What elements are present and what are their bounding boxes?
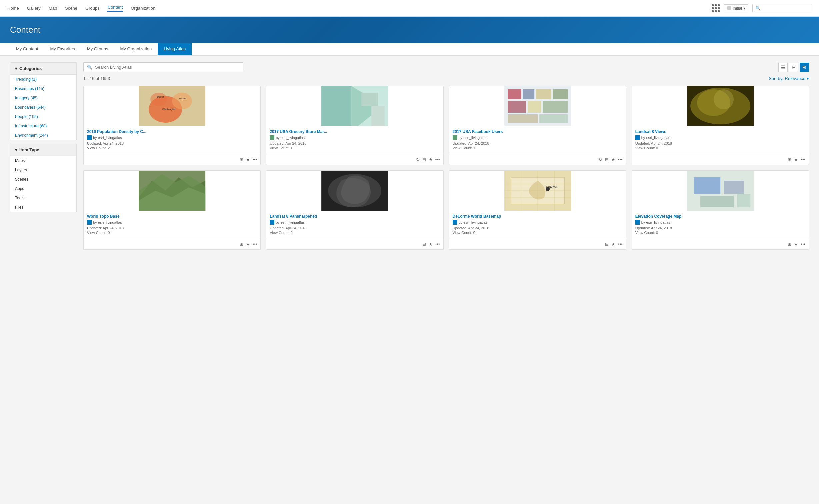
nav-groups[interactable]: Groups: [85, 6, 100, 11]
view-grid-button[interactable]: ⊞: [800, 63, 809, 72]
item-grid-action[interactable]: ⊞: [788, 157, 791, 162]
item-star-button[interactable]: ★: [611, 157, 615, 162]
top-navigation: Home Gallery Map Scene Groups Content Or…: [0, 0, 819, 17]
item-card: World Topo Base by esri_livingatlas Upda…: [83, 170, 261, 250]
item-grid-action[interactable]: ⊞: [422, 157, 426, 162]
item-more-button[interactable]: •••: [801, 157, 805, 162]
apps-grid-icon[interactable]: [712, 4, 720, 12]
content-tabs: My Content My Favorites My Groups My Org…: [0, 43, 819, 56]
category-people[interactable]: People (105): [10, 112, 76, 121]
global-search-input[interactable]: [763, 6, 809, 11]
item-title[interactable]: 2016 Population Density by C...: [87, 129, 257, 134]
categories-header[interactable]: ▾ Categories: [10, 63, 76, 75]
item-updated: Updated: Apr 24, 2018: [87, 141, 257, 145]
item-grid-action[interactable]: ⊞: [240, 157, 243, 162]
svg-rect-16: [536, 89, 551, 99]
item-card: Washington Detroit Boston 2016 Populatio…: [83, 86, 261, 165]
nav-gallery[interactable]: Gallery: [26, 6, 41, 11]
item-thumbnail: [84, 171, 260, 211]
nav-home[interactable]: Home: [7, 6, 20, 11]
category-basemaps[interactable]: Basemaps (115): [10, 84, 76, 93]
item-more-button[interactable]: •••: [618, 157, 623, 162]
view-list-button[interactable]: ☰: [778, 63, 788, 72]
svg-rect-14: [508, 89, 521, 99]
item-thumbnail: [266, 171, 443, 211]
tab-my-favorites[interactable]: My Favorites: [44, 43, 81, 55]
nav-map[interactable]: Map: [48, 6, 58, 11]
view-compact-button[interactable]: ⊟: [789, 63, 798, 72]
item-view-count: View Count: 0: [635, 231, 805, 235]
item-title[interactable]: DeLorme World Basemap: [453, 214, 623, 219]
item-author: by esri_livingatlas: [87, 220, 257, 225]
item-grid-action[interactable]: ⊞: [422, 242, 426, 247]
svg-rect-12: [371, 106, 385, 126]
sidebar: ▾ Categories Trending (1) Basemaps (115)…: [10, 62, 77, 316]
tab-my-organization[interactable]: My Organization: [114, 43, 158, 55]
atlas-search-input[interactable]: [95, 65, 240, 70]
item-more-button[interactable]: •••: [435, 157, 440, 162]
item-star-button[interactable]: ★: [246, 242, 250, 247]
item-author: by esri_livingatlas: [270, 135, 440, 140]
nav-scene[interactable]: Scene: [64, 6, 78, 11]
item-actions: ⊞ ★ •••: [632, 154, 809, 165]
chevron-down-icon: ▾: [15, 66, 17, 71]
type-layers[interactable]: Layers: [10, 165, 76, 175]
page-title: Content: [10, 25, 809, 35]
item-grid-action[interactable]: ⊞: [240, 242, 243, 247]
item-title[interactable]: 2017 USA Grocery Store Mar...: [270, 129, 440, 134]
svg-rect-47: [724, 181, 744, 194]
svg-rect-0: [727, 6, 731, 10]
item-author: by esri_livingatlas: [87, 135, 257, 140]
categories-section: ▾ Categories Trending (1) Basemaps (115)…: [10, 62, 77, 140]
item-card: Landsat 8 Pansharpened by esri_livingatl…: [266, 170, 443, 250]
item-title[interactable]: Landsat 8 Pansharpened: [270, 214, 440, 219]
type-apps[interactable]: Apps: [10, 184, 76, 193]
user-menu-button[interactable]: Initial ▾: [724, 4, 748, 12]
nav-organization[interactable]: Organization: [130, 6, 156, 11]
item-more-button[interactable]: •••: [435, 242, 440, 247]
category-imagery[interactable]: Imagery (45): [10, 93, 76, 103]
item-thumbnail: [449, 86, 626, 126]
item-type-label: Item Type: [19, 147, 39, 152]
svg-rect-17: [553, 89, 568, 99]
type-files[interactable]: Files: [10, 203, 76, 212]
item-more-button[interactable]: •••: [253, 242, 257, 247]
category-trending[interactable]: Trending (1): [10, 75, 76, 84]
item-refresh-button[interactable]: ↻: [416, 157, 420, 162]
item-actions: ⊞ ★ •••: [449, 239, 626, 249]
item-star-button[interactable]: ★: [794, 157, 798, 162]
svg-marker-9: [321, 86, 351, 126]
item-star-button[interactable]: ★: [611, 242, 615, 247]
category-boundaries[interactable]: Boundaries (644): [10, 103, 76, 112]
type-scenes[interactable]: Scenes: [10, 175, 76, 184]
item-star-button[interactable]: ★: [429, 242, 433, 247]
nav-content[interactable]: Content: [107, 5, 124, 12]
item-grid-action[interactable]: ⊞: [788, 242, 791, 247]
item-more-button[interactable]: •••: [618, 242, 623, 247]
tab-my-content[interactable]: My Content: [10, 43, 44, 55]
categories-list: Trending (1) Basemaps (115) Imagery (45)…: [10, 75, 76, 140]
item-title[interactable]: Elevation Coverage Map: [635, 214, 805, 219]
category-infrastructure[interactable]: Infrastructure (68): [10, 121, 76, 131]
item-title[interactable]: 2017 USA Facebook Users: [453, 129, 623, 134]
category-environment[interactable]: Environment (244): [10, 131, 76, 140]
type-tools[interactable]: Tools: [10, 193, 76, 203]
item-star-button[interactable]: ★: [794, 242, 798, 247]
item-grid-action[interactable]: ⊞: [605, 242, 609, 247]
tab-living-atlas[interactable]: Living Atlas: [158, 43, 192, 55]
item-more-button[interactable]: •••: [253, 157, 257, 162]
tab-my-groups[interactable]: My Groups: [81, 43, 114, 55]
item-more-button[interactable]: •••: [801, 242, 805, 247]
sort-button[interactable]: Sort by: Relevance ▾: [769, 76, 809, 81]
type-maps[interactable]: Maps: [10, 156, 76, 165]
item-type-section: ▾ Item Type Maps Layers Scenes Apps Tool…: [10, 144, 77, 212]
item-title[interactable]: World Topo Base: [87, 214, 257, 219]
item-grid-action[interactable]: ⊞: [605, 157, 609, 162]
item-card: Landsat 8 Views by esri_livingatlas Upda…: [632, 86, 809, 165]
item-star-button[interactable]: ★: [246, 157, 250, 162]
item-refresh-button[interactable]: ↻: [599, 157, 602, 162]
item-title[interactable]: Landsat 8 Views: [635, 129, 805, 134]
svg-text:Washington: Washington: [162, 108, 176, 111]
item-type-header[interactable]: ▾ Item Type: [10, 144, 76, 156]
item-star-button[interactable]: ★: [429, 157, 433, 162]
